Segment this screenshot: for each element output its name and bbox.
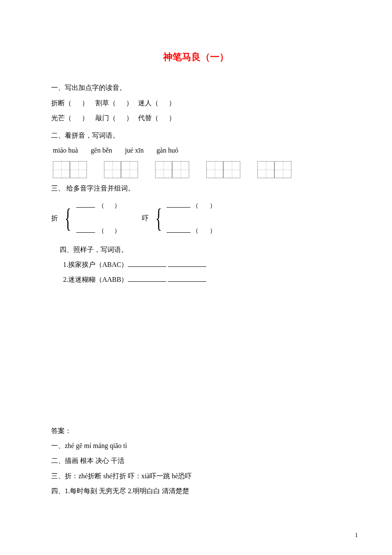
pattern-aabb: 2.迷迷糊糊（AABB） bbox=[63, 276, 128, 283]
q-guangmang: 光芒（ bbox=[51, 114, 72, 121]
section-1-row-1: 折断（ ） 割草（ ） 迷人（ ） bbox=[51, 95, 341, 110]
pinyin-2: gēn běn bbox=[91, 143, 112, 158]
poly-line: （ ） bbox=[76, 224, 121, 238]
pattern-abac: 1.挨家挨户（ABAC） bbox=[63, 261, 128, 268]
polyphone-xia: 吓 { （ ） （ ） bbox=[142, 199, 216, 238]
paren: ） bbox=[82, 114, 89, 121]
q-qiaomen: 敲门（ bbox=[95, 114, 116, 121]
box-pair-3 bbox=[155, 161, 189, 178]
pinyin-1: miáo huà bbox=[53, 143, 78, 158]
q-daiti: 代替（ bbox=[138, 114, 159, 121]
char-box bbox=[223, 161, 240, 178]
q-miren: 迷人（ bbox=[138, 99, 159, 107]
page-number: 1 bbox=[355, 529, 358, 542]
pinyin-3: jué xīn bbox=[125, 143, 144, 158]
char-box bbox=[206, 161, 223, 178]
brace-icon: { bbox=[65, 205, 71, 232]
q-zheduan: 折断（ bbox=[51, 99, 72, 107]
pinyin-row: miáo huà gēn běn jué xīn gàn huó bbox=[51, 143, 341, 158]
paren: ） bbox=[169, 114, 176, 121]
poly-line: （ ） bbox=[167, 224, 216, 238]
answers-section: 答案： 一、zhé gē mí máng qiāo tì 二、描画 根本 决心 … bbox=[51, 423, 341, 498]
section-2: 二、看拼音，写词语。 miáo huà gēn běn jué xīn gàn … bbox=[51, 128, 341, 178]
answer-1: 一、zhé gē mí máng qiāo tì bbox=[51, 438, 341, 453]
paren: ） bbox=[126, 99, 133, 107]
box-pair-4 bbox=[206, 161, 240, 178]
paren: ） bbox=[82, 99, 89, 107]
section-3-heading: 三、 给多音字注音并组词。 bbox=[51, 181, 341, 196]
q-gecao: 割草（ bbox=[95, 99, 116, 107]
section-3: 三、 给多音字注音并组词。 折 { （ ） （ ） 吓 { （ ） （ ） bbox=[51, 181, 341, 237]
poly-line: （ ） bbox=[76, 199, 121, 213]
box-pair-2 bbox=[104, 161, 138, 178]
char-box bbox=[53, 161, 70, 178]
answers-heading: 答案： bbox=[51, 423, 341, 438]
box-pair-5 bbox=[257, 161, 291, 178]
pinyin-4: gàn huó bbox=[156, 143, 178, 158]
char-box bbox=[274, 161, 291, 178]
poly-line: （ ） bbox=[167, 199, 216, 213]
polyphone-zhe: 折 { （ ） （ ） bbox=[51, 199, 121, 238]
char-box bbox=[172, 161, 189, 178]
section-1-row-2: 光芒（ ） 敲门（ ） 代替（ ） bbox=[51, 110, 341, 125]
char-box bbox=[104, 161, 121, 178]
paren: ） bbox=[169, 99, 176, 107]
brace-icon: { bbox=[155, 205, 161, 232]
box-pair-1 bbox=[53, 161, 87, 178]
section-4-heading: 四、照样子，写词语。 bbox=[51, 242, 341, 257]
section-1-heading: 一、写出加点字的读音。 bbox=[51, 80, 341, 95]
poly-char-2: 吓 bbox=[142, 211, 149, 225]
char-box bbox=[257, 161, 274, 178]
char-box bbox=[121, 161, 138, 178]
section-2-heading: 二、看拼音，写词语。 bbox=[51, 128, 341, 143]
section-1: 一、写出加点字的读音。 折断（ ） 割草（ ） 迷人（ ） 光芒（ ） 敲门（ … bbox=[51, 80, 341, 125]
char-box bbox=[155, 161, 172, 178]
writing-boxes-row bbox=[51, 161, 341, 178]
section-4: 四、照样子，写词语。 1.挨家挨户（ABAC） 2.迷迷糊糊（AABB） bbox=[51, 242, 341, 287]
polyphone-wrap: 折 { （ ） （ ） 吓 { （ ） （ ） bbox=[51, 199, 341, 238]
document-title: 神笔马良（一） bbox=[51, 47, 341, 67]
answer-3: 三、折：zhé折断 shé打折 吓：xià吓一跳 hè恐吓 bbox=[51, 468, 341, 483]
paren: ） bbox=[126, 114, 133, 121]
char-box bbox=[70, 161, 87, 178]
answer-2: 二、描画 根本 决心 干活 bbox=[51, 453, 341, 468]
answer-4: 四、1.每时每刻 无穷无尽 2.明明白白 清清楚楚 bbox=[51, 483, 341, 498]
poly-char-1: 折 bbox=[51, 211, 58, 225]
section-4-item-1: 1.挨家挨户（ABAC） bbox=[51, 257, 341, 272]
section-4-item-2: 2.迷迷糊糊（AABB） bbox=[51, 272, 341, 287]
